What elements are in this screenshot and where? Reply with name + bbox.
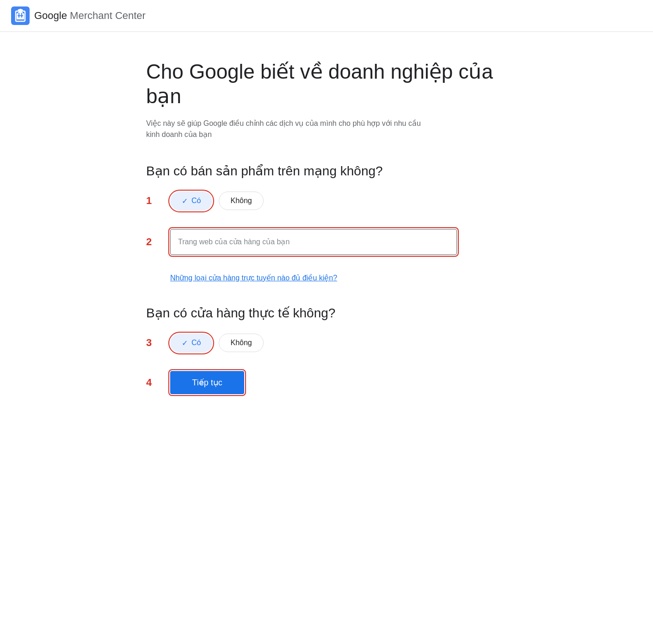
header: Google Merchant Center — [0, 0, 653, 32]
question1-yes-label: Có — [191, 197, 201, 205]
continue-button-label: Tiếp tục — [192, 378, 222, 387]
question3-yes-button[interactable]: ✓ Có — [170, 334, 212, 353]
merchant-center-logo-icon — [11, 6, 30, 25]
question3-yes-label: Có — [191, 339, 201, 347]
question3-no-button[interactable]: Không — [219, 334, 263, 352]
step-number-2: 2 — [146, 236, 157, 248]
page-subtitle: Việc này sẽ giúp Google điều chỉnh các d… — [146, 118, 433, 140]
question3-title: Bạn có cửa hàng thực tế không? — [146, 305, 507, 321]
app-title: Google Merchant Center — [34, 10, 146, 22]
question1-title: Bạn có bán sản phẩm trên mạng không? — [146, 163, 507, 179]
step-number-1: 1 — [146, 195, 157, 207]
continue-button[interactable]: Tiếp tục — [170, 371, 244, 394]
question1-no-button[interactable]: Không — [219, 192, 263, 210]
url-input-wrapper — [170, 229, 457, 255]
main-content: Cho Google biết về doanh nghiệp của bạn … — [128, 60, 525, 394]
question1-yes-button[interactable]: ✓ Có — [170, 192, 212, 211]
question1-options: ✓ Có Không — [170, 192, 264, 211]
check-icon-q3: ✓ — [182, 339, 188, 347]
question1-no-label: Không — [230, 197, 252, 205]
step-number-4: 4 — [146, 377, 157, 389]
continue-row: 4 Tiếp tục — [146, 371, 507, 394]
question3-section: Bạn có cửa hàng thực tế không? 3 ✓ Có Kh… — [146, 305, 507, 353]
question2-section: 2 — [146, 229, 507, 255]
question3-row: 3 ✓ Có Không — [146, 334, 507, 353]
page-title: Cho Google biết về doanh nghiệp của bạn — [146, 60, 507, 109]
question1-section: Bạn có bán sản phẩm trên mạng không? 1 ✓… — [146, 163, 507, 211]
question2-row: 2 — [146, 229, 507, 255]
question1-row: 1 ✓ Có Không — [146, 192, 507, 211]
eligible-link-section: Những loại cửa hàng trực tuyến nào đủ đi… — [170, 273, 507, 282]
eligible-stores-link[interactable]: Những loại cửa hàng trực tuyến nào đủ đi… — [170, 274, 337, 282]
question3-no-label: Không — [230, 339, 252, 347]
question3-options: ✓ Có Không — [170, 334, 264, 353]
url-input[interactable] — [170, 229, 457, 255]
step-number-3: 3 — [146, 337, 157, 349]
check-icon-q1: ✓ — [182, 197, 188, 205]
logo-container: Google Merchant Center — [11, 6, 146, 25]
